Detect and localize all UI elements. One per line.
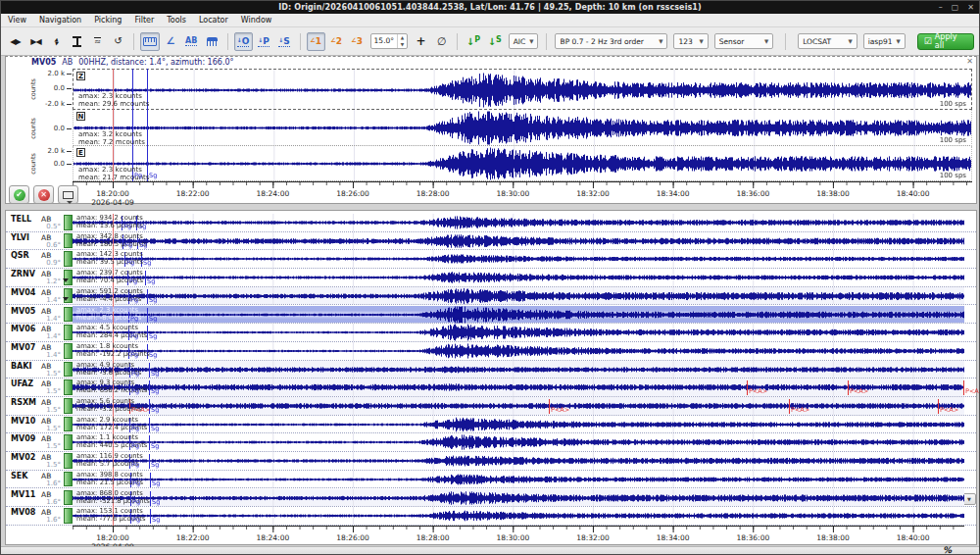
trace-area[interactable]: amax: 4.5 kcountsmean: 284.4 µcountsPgSg <box>73 324 964 341</box>
trace-area[interactable]: amax: 934.2 countsmean: 13.6 µcountsPgSg <box>73 214 964 231</box>
pick-line-P<A>[interactable] <box>549 399 550 414</box>
minimize-icon[interactable]: – <box>939 4 943 12</box>
row-waveform-canvas[interactable] <box>73 324 964 341</box>
pick-line-P<A>[interactable] <box>789 399 790 414</box>
pick-label-Sg[interactable]: Sg <box>138 223 146 230</box>
trace-area[interactable]: amax: 5.6 countsmean: -3.2 µcountsP<A>Sg… <box>73 397 964 415</box>
label-tool-button[interactable]: AB <box>182 32 201 51</box>
hide-traces-button[interactable]: ∅ <box>432 32 451 51</box>
row-waveform-canvas[interactable] <box>73 507 964 525</box>
menu-item-window[interactable]: Window <box>241 16 272 25</box>
maximize-icon[interactable]: ▢ <box>952 4 959 12</box>
panel-close-icon[interactable]: ✕ <box>966 57 973 66</box>
menu-item-tools[interactable]: Tools <box>167 16 186 25</box>
spin-down-icon[interactable]: ▼ <box>398 41 407 48</box>
row-waveform-canvas[interactable] <box>73 361 964 378</box>
pick-line-Sg[interactable] <box>149 380 150 395</box>
row-waveform-canvas[interactable] <box>73 214 964 231</box>
pick-line-Sg[interactable] <box>149 363 150 378</box>
trace-area[interactable]: amax: 398.8 countsmean: 21.5 µcountsPgSg <box>73 471 964 488</box>
pick-label-Pg[interactable]: Pg <box>131 442 139 450</box>
menu-item-locator[interactable]: Locator <box>199 16 228 25</box>
row-waveform-canvas[interactable] <box>73 306 964 324</box>
pick-label-Sg[interactable]: Sg <box>152 516 160 524</box>
pick-line-P<A>[interactable] <box>938 399 939 414</box>
components-select[interactable]: 123▼ <box>673 33 708 49</box>
menu-item-filter[interactable]: Filter <box>134 16 154 25</box>
trace-area[interactable]: amax: 591.2 countsmean: -4.4 µcountsPgSg <box>73 287 964 305</box>
pick-label-Pg[interactable]: Pg <box>132 516 140 524</box>
pick-label-Sg[interactable]: Sg <box>152 498 160 506</box>
pick-line-Sg[interactable] <box>145 271 146 285</box>
pick-line-Pg[interactable] <box>132 69 133 181</box>
protractor-tool-button[interactable]: ∠ <box>162 32 180 51</box>
waveform-canvas-E[interactable] <box>74 147 971 180</box>
pick-line-Sg[interactable] <box>150 491 151 506</box>
filter-select[interactable]: BP 0.7 - 2 Hz 3rd order▼ <box>555 33 667 49</box>
component-3-button[interactable]: ∠3 <box>348 32 367 51</box>
pick-label-Pg[interactable]: Pg <box>130 332 138 340</box>
trace-area[interactable]: amax: 1.1 kcountsmean: 440.5 µcountsPgSg <box>73 433 964 451</box>
expand-streams-icon[interactable] <box>63 297 69 301</box>
pick-label-Pg[interactable]: Pg <box>132 479 140 487</box>
waveform-canvas-N[interactable] <box>74 111 971 145</box>
repick-p-button[interactable]: ↓P <box>464 32 483 51</box>
pick-line-P<A>[interactable] <box>848 380 849 395</box>
trace-row-MV09[interactable]: MV09AB1.5°amax: 1.1 kcountsmean: 440.5 µ… <box>6 433 976 452</box>
restore-view-button[interactable]: ↺ <box>109 32 127 51</box>
pick-label-Sg[interactable]: Sg <box>151 406 159 414</box>
trace-area[interactable]: amax: 116.9 countsmean: 5.7 µcountsPgSg <box>73 452 964 470</box>
pick-label-Sg[interactable]: Sg <box>143 259 151 267</box>
pick-label-P<A>[interactable]: P<A> <box>551 406 569 414</box>
expand-streams-icon[interactable] <box>63 278 69 282</box>
amplitude-type-select[interactable]: Sensor▼ <box>714 33 774 49</box>
trace-row-BAKI[interactable]: BAKIAB1.5°amax: 4.9 countsmean: -3.8 µco… <box>6 361 976 379</box>
spin-up-icon[interactable]: ▲ <box>398 34 407 41</box>
rotation-spinner[interactable]: 15.0° ▲▼ <box>370 33 408 49</box>
row-waveform-canvas[interactable] <box>73 433 964 451</box>
pick-label-Sg[interactable]: Sg <box>151 370 159 378</box>
trace-row-MV06[interactable]: MV06AB1.4°amax: 4.5 kcountsmean: 284.4 µ… <box>6 324 976 342</box>
menu-item-navigation[interactable]: Navigation <box>39 16 81 25</box>
component-1-button[interactable]: ∠1 <box>307 32 325 51</box>
pick-label-Sg[interactable]: Sg <box>149 172 157 179</box>
apply-all-button[interactable]: ☑ Apply all <box>917 33 974 50</box>
pick-label-P<A>[interactable]: P<A> <box>749 387 767 395</box>
velocity-model-select[interactable]: iasp91▼ <box>863 33 906 49</box>
stream-state-button[interactable] <box>58 185 78 204</box>
fit-horizontal-button[interactable]: ▶◀ <box>26 32 45 51</box>
trace-row-UFAZ[interactable]: UFAZAB1.5°amax: 9.3 countsmean: 656.2 nc… <box>6 378 976 397</box>
pick-label-Sg[interactable]: Sg <box>139 241 147 249</box>
add-stream-button[interactable]: + <box>412 32 430 51</box>
pick-label-P<A>[interactable]: P<A> <box>965 387 980 395</box>
locator-select[interactable]: LOCSAT▼ <box>798 33 858 49</box>
trace-row-SEK[interactable]: SEKAB1.6°amax: 398.8 countsmean: 21.5 µc… <box>6 471 976 489</box>
pick-label-Pg[interactable]: Pg <box>124 241 132 249</box>
menu-item-picking[interactable]: Picking <box>94 16 122 25</box>
pick-line-P<A>[interactable] <box>747 380 748 395</box>
pick-line-Sg[interactable] <box>150 473 151 487</box>
picker-algorithm-select[interactable]: AIC▼ <box>509 33 539 49</box>
pick-p-button[interactable]: ↓P <box>255 32 273 51</box>
confirm-picks-button[interactable]: ✔ <box>9 185 29 204</box>
pick-line-Sg[interactable] <box>149 454 150 469</box>
repick-s-button[interactable]: ↓S <box>485 32 505 51</box>
trace-row-MV08[interactable]: MV08AB1.6°amax: 153.1 countsmean: -77.6 … <box>6 507 976 526</box>
trace-row-MV11[interactable]: MV11AB1.6°amax: 868.0 countsmean: -521.8… <box>6 489 976 508</box>
row-waveform-canvas[interactable] <box>73 232 964 250</box>
amplitude-zoom-button[interactable]: ▲▼ <box>47 32 66 51</box>
trace-area[interactable]: amax: 1.8 kcountsmean: -192.2 µcountsPgS… <box>73 342 964 360</box>
pick-label-Pg[interactable]: Pg <box>123 223 131 230</box>
pick-label-Pg[interactable]: Pg <box>131 387 139 395</box>
pick-label-Sg[interactable]: Sg <box>152 479 160 487</box>
trace-row-MV07[interactable]: MV07AB1.4°amax: 1.8 kcountsmean: -192.2 … <box>6 342 976 361</box>
row-waveform-canvas[interactable] <box>73 397 964 415</box>
pick-label-P<A>[interactable]: P<A> <box>850 387 868 395</box>
pick-label-Sg[interactable]: Sg <box>149 315 157 323</box>
trace-area[interactable]: amax: 142.3 countsmean: 39.5 µcountsPgSg <box>73 250 964 268</box>
pick-label-Pg[interactable]: Pg <box>132 498 140 506</box>
pick-label-Sg[interactable]: Sg <box>151 425 159 432</box>
row-waveform-canvas[interactable] <box>73 416 964 433</box>
row-waveform-canvas[interactable] <box>73 489 964 507</box>
pick-onset-button[interactable]: ↓O <box>234 32 253 51</box>
